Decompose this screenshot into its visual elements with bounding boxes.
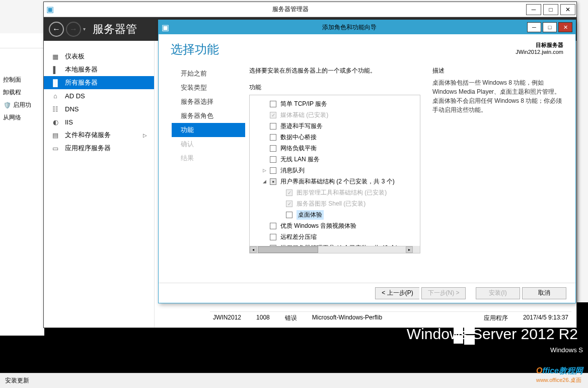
wizard-icon: ▣ — [159, 23, 172, 32]
step-server-roles[interactable]: 服务器角色 — [176, 109, 241, 123]
wizard-close-button[interactable]: ✕ — [558, 22, 572, 32]
bg-item[interactable]: 从网络 — [0, 111, 44, 124]
scroll-right-icon[interactable]: ▸ — [406, 246, 413, 253]
tree-item-label: 桌面体验 — [297, 210, 324, 220]
checkbox[interactable] — [270, 223, 276, 229]
breadcrumb: 服务器管 — [93, 22, 137, 37]
wizard-steps: 开始之前 安装类型 服务器选择 服务器角色 功能 确认 结果 — [159, 67, 249, 274]
tree-item[interactable]: 桌面体验 — [252, 209, 418, 220]
expand-icon[interactable]: ▷ — [263, 168, 268, 173]
event-log: 应用程序 — [484, 314, 508, 320]
tree-item-label: 墨迹和手写服务 — [280, 122, 323, 131]
server-icon: ▌ — [51, 65, 60, 74]
sidebar-item-dns[interactable]: ☷DNS — [44, 102, 154, 115]
description-label: 描述 — [432, 67, 565, 75]
checkbox[interactable] — [286, 212, 292, 218]
step-before-begin[interactable]: 开始之前 — [176, 67, 241, 81]
step-install-type[interactable]: 安装类型 — [176, 81, 241, 95]
step-server-selection[interactable]: 服务器选择 — [176, 95, 241, 109]
tree-item[interactable]: 墨迹和手写服务 — [252, 120, 418, 132]
titlebar[interactable]: ▣ 服务器管理器 ─ □ ✕ — [44, 2, 576, 17]
desktop-background: 控制面 卸载程 🛡️启用功 从网络 ▣ 服务器管理器 ─ □ ✕ ← → ▾ 服… — [0, 0, 588, 373]
target-server-info: 目标服务器 JWin2012.jwin.com — [516, 41, 563, 57]
tree-item[interactable]: 简单 TCP/IP 服务 — [252, 98, 418, 109]
tree-item[interactable]: 无线 LAN 服务 — [252, 154, 418, 165]
features-tree[interactable]: 简单 TCP/IP 服务媒体基础 (已安装)墨迹和手写服务数据中心桥接网络负载平… — [249, 95, 420, 253]
checkbox — [286, 189, 292, 196]
scroll-left-icon[interactable]: ◂ — [250, 246, 257, 253]
sidebar-item-adds[interactable]: ⌂AD DS — [44, 89, 154, 102]
shield-icon: 🛡️ — [3, 101, 11, 109]
wizard-titlebar[interactable]: ▣ 添加角色和功能向导 ─ □ ✕ — [159, 20, 575, 34]
page-heading: 选择功能 — [171, 41, 219, 57]
description-text: 桌面体验包括一些 Windows 8 功能，例如 Windows Media P… — [432, 78, 565, 114]
tree-item[interactable]: 图形管理工具和基础结构 (已安装) — [252, 187, 418, 198]
dashboard-icon: ▦ — [51, 52, 60, 61]
bg-item[interactable]: 控制面 — [0, 74, 44, 86]
sidebar-item-storage[interactable]: ▤文件和存储服务▷ — [44, 128, 154, 142]
adds-icon: ⌂ — [51, 91, 60, 100]
checkbox[interactable] — [270, 178, 276, 185]
event-row[interactable]: JWIN2012 1008 错误 Microsoft-Windows-Perfl… — [210, 311, 571, 322]
back-button[interactable]: ← — [49, 22, 64, 37]
bg-item[interactable]: 卸载程 — [0, 86, 44, 99]
tree-item[interactable]: 远程差分压缩 — [252, 231, 418, 242]
features-label: 功能 — [249, 83, 420, 92]
maximize-button[interactable]: □ — [543, 4, 558, 15]
app-icon: ▭ — [51, 144, 60, 153]
checkbox[interactable] — [270, 123, 276, 130]
close-button[interactable]: ✕ — [560, 4, 575, 15]
wizard-maximize-button[interactable]: □ — [543, 22, 557, 32]
tree-item-label: 用户界面和基础结构 (2 个已安装，共 3 个) — [280, 177, 395, 186]
step-confirm: 确认 — [176, 137, 241, 151]
collapse-icon[interactable]: ◢ — [263, 179, 268, 184]
next-button[interactable]: 下一步(N) > — [421, 287, 466, 299]
checkbox[interactable] — [270, 167, 276, 174]
sidebar: ▦仪表板 ▌本地服务器 ▐▌所有服务器 ⌂AD DS ☷DNS ◐IIS ▤文件… — [44, 41, 155, 328]
wizard-footer: < 上一步(P) 下一步(N) > 安装(I) 取消 — [159, 283, 575, 303]
sidebar-item-local-server[interactable]: ▌本地服务器 — [44, 63, 154, 76]
os-branding: Windows Server 2012 R2 — [407, 326, 578, 343]
checkbox[interactable] — [270, 234, 276, 240]
prompt-text: 选择要安装在所选服务器上的一个或多个功能。 — [249, 67, 420, 75]
checkbox[interactable] — [270, 145, 276, 152]
install-button[interactable]: 安装(I) — [476, 287, 520, 299]
app-icon: ▣ — [44, 5, 56, 14]
event-server: JWIN2012 — [213, 314, 241, 320]
tree-item-label: 服务器图形 Shell (已安装) — [297, 200, 365, 208]
tree-item[interactable]: 媒体基础 (已安装) — [252, 109, 418, 120]
scroll-thumb[interactable] — [258, 246, 318, 253]
bg-item[interactable]: 🛡️启用功 — [0, 99, 44, 111]
event-source: Microsoft-Windows-Perflib — [312, 314, 382, 320]
checkbox[interactable] — [270, 101, 276, 107]
tree-item[interactable]: 数据中心桥接 — [252, 132, 418, 143]
checkbox[interactable] — [270, 156, 276, 163]
checkbox — [286, 201, 292, 207]
minimize-button[interactable]: ─ — [526, 4, 541, 15]
event-level: 错误 — [285, 314, 297, 320]
horizontal-scrollbar[interactable]: ◂ ▸ — [250, 246, 413, 253]
step-features[interactable]: 功能 — [172, 123, 245, 137]
watermark: Office教程网 www.office26.桌面 — [536, 366, 583, 384]
tree-item-label: 简单 TCP/IP 服务 — [280, 100, 327, 108]
checkbox[interactable] — [270, 134, 276, 141]
sidebar-item-app-server[interactable]: ▭应用程序服务器 — [44, 142, 154, 155]
checkbox — [270, 112, 276, 118]
tree-item[interactable]: 服务器图形 Shell (已安装) — [252, 198, 418, 209]
forward-button[interactable]: → — [66, 22, 81, 37]
cancel-button[interactable]: 取消 — [522, 287, 566, 299]
wizard-minimize-button[interactable]: ─ — [527, 22, 541, 32]
sidebar-item-dashboard[interactable]: ▦仪表板 — [44, 50, 154, 63]
sidebar-item-iis[interactable]: ◐IIS — [44, 115, 154, 128]
iis-icon: ◐ — [51, 117, 60, 126]
tree-item[interactable]: ▷消息队列 — [252, 165, 418, 176]
taskbar[interactable]: 安装更新 — [0, 373, 588, 388]
tree-item[interactable]: 优质 Windows 音频视频体验 — [252, 220, 418, 231]
tree-item[interactable]: 网络负载平衡 — [252, 143, 418, 154]
tree-item[interactable]: ◢用户界面和基础结构 (2 个已安装，共 3 个) — [252, 176, 418, 187]
previous-button[interactable]: < 上一步(P) — [375, 287, 419, 299]
sidebar-item-all-servers[interactable]: ▐▌所有服务器 — [44, 76, 154, 89]
dns-icon: ☷ — [51, 104, 60, 113]
step-results: 结果 — [176, 151, 241, 165]
taskbar-item[interactable]: 安装更新 — [0, 374, 34, 387]
